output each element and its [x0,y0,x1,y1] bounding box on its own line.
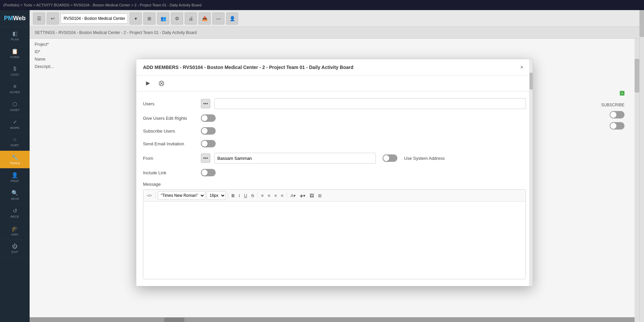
include-link-slider [201,169,216,176]
editor-italic-button[interactable]: I [237,191,241,200]
right-outer-scrollbar[interactable] [639,10,644,322]
from-input[interactable] [214,153,376,164]
sidebar-item-form[interactable]: 📋 FORM [0,45,30,63]
editor-toolbar: </> "Times New Roman" [143,190,526,202]
from-picker-button[interactable]: ••• [201,153,210,163]
image-icon: 🖼 [310,193,314,198]
editor-separator-3 [257,192,258,199]
editor-separator-2 [228,192,228,199]
scrollbar-thumb[interactable] [635,59,639,93]
include-link-toggle[interactable] [201,169,216,176]
font-family-select[interactable]: "Times New Roman" [158,191,205,200]
font-size-select[interactable]: 16px [207,191,226,200]
sidebar-label-prof: PROF [10,179,19,183]
sidebar-label-asset: ASSET [10,108,20,112]
sidebar-label-form: FORM [10,56,20,59]
use-system-slider [383,154,397,162]
editor-align-center-button[interactable]: ≡ [266,191,272,200]
sidebar-item-recent[interactable]: ↺ RECE [0,204,30,222]
use-system-toggle[interactable] [383,154,397,162]
give-edit-toggle[interactable] [201,114,216,122]
highlight-icon: ◈▾ [300,193,306,198]
users-label: Users [143,101,197,106]
sidebar-item-plan[interactable]: ◧ PLAN [0,27,30,45]
send-email-toggle[interactable] [201,140,216,147]
toolbar-btn-print[interactable]: 🖨 [185,12,197,25]
sidebar-label-tools: TOOLS [10,162,20,165]
editor-source-button[interactable]: </> [145,191,153,200]
message-label: Message [143,182,526,187]
editor-font-color-button[interactable]: A▾ [289,191,297,200]
sidebar-label-univ: UNIV [11,233,19,236]
modal-close-button[interactable]: × [518,63,526,71]
toolbar-btn-settings[interactable]: ⚙ [171,12,183,25]
toolbar-btn-list[interactable]: ☰ [33,12,45,25]
sidebar-label-exit: EXIT [11,250,18,254]
form-icon: 📋 [11,48,18,55]
table-icon: ⊞ [318,193,322,198]
submit-icon [145,81,151,86]
editor-separator-4 [287,192,287,199]
editor-body[interactable] [143,202,526,279]
port-icon: ○ [13,137,16,143]
toolbar-btn-add[interactable]: ⊞ [143,12,155,25]
toolbar-btn-minus[interactable]: — [212,12,224,25]
toolbar-btn-dropdown[interactable]: ▾ [130,12,142,25]
from-label: From [143,156,197,161]
modal-cancel-button[interactable] [156,78,167,88]
toolbar-project-input[interactable] [61,13,128,24]
sidebar-item-search[interactable]: 🔍 SEAR [0,186,30,204]
editor-image-button[interactable]: 🖼 [308,191,315,200]
users-input[interactable] [214,98,526,109]
plan-icon: ◧ [12,30,17,37]
editor-align-justify-button[interactable]: ≡ [280,191,285,200]
send-email-slider [201,140,216,147]
sidebar-item-exit[interactable]: ⏻ EXIT [0,240,30,257]
editor-underline-button[interactable]: U [243,191,248,200]
sidebar-item-asset[interactable]: ⬡ ASSET [0,98,30,115]
recent-icon: ↺ [13,208,17,214]
editor-strikethrough-button[interactable]: S [250,191,255,200]
main-content: ☰ ↩ ▾ ⊞ 👥 ⚙ 🖨 📤 — 👤 SETTINGS - RVS0104 -… [30,10,639,322]
sidebar-item-cost[interactable]: $ COST [0,63,30,80]
sidebar-item-univ[interactable]: 🎓 UNIV [0,222,30,240]
from-field-row: From ••• Use System Address [143,153,526,164]
editor-table-button[interactable]: ⊞ [317,191,323,200]
toolbar-btn-user[interactable]: 👤 [226,12,238,25]
sidebar-item-port[interactable]: ○ PORT [0,133,30,151]
toolbar-btn-back[interactable]: ↩ [47,12,59,25]
sidebar-item-tools[interactable]: 🔧 TOOLS [0,151,30,169]
editor-separator [155,192,156,199]
univ-icon: 🎓 [11,225,18,232]
sidebar-item-work[interactable]: ✓ WORK [0,115,30,133]
users-field-row: Users ••• [143,98,526,109]
cancel-icon [159,81,164,86]
asset-icon: ⬡ [12,101,17,107]
toolbar-btn-group1[interactable]: 👥 [157,12,169,25]
toolbar-btn-export[interactable]: 📤 [199,12,211,25]
message-editor: </> "Times New Roman" [143,189,526,279]
editor-bold-button[interactable]: B [230,191,236,200]
editor-highlight-button[interactable]: ◈▾ [298,191,307,200]
source-icon: </> [147,193,152,198]
outer-scrollbar[interactable] [635,39,639,322]
sidebar-item-sched[interactable]: ≡ SCHED [0,80,30,98]
users-picker-button[interactable]: ••• [201,99,210,108]
sidebar-item-prof[interactable]: 👤 PROF [0,169,30,186]
editor-align-left-button[interactable]: ≡ [260,191,265,200]
use-system-label: Use System Address [404,156,445,161]
give-edit-slider [201,114,216,122]
modal-scrollbar-thumb[interactable] [530,73,533,90]
sched-icon: ≡ [13,83,16,90]
search-icon: 🔍 [11,190,18,196]
right-scrollbar-thumb[interactable] [640,10,644,37]
tools-icon: 🔧 [11,154,18,160]
sidebar-label-search: SEAR [11,197,19,201]
settings-header-text: SETTINGS - RVS0104 - Boston Medical Cent… [35,30,197,35]
editor-align-right-button[interactable]: ≡ [273,191,278,200]
subscribe-toggle[interactable] [201,127,216,135]
modal-scrollbar[interactable] [529,59,533,286]
modal-submit-button[interactable] [143,78,153,88]
sidebar: PMWeb ◧ PLAN 📋 FORM $ COST ≡ SCHED ⬡ ASS… [0,10,30,322]
modal-overlay: Project* ID* Name Descripti... SUBSCRIBE… [30,39,639,322]
